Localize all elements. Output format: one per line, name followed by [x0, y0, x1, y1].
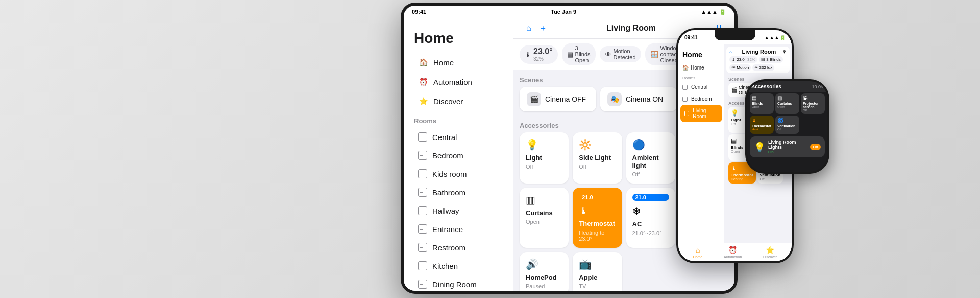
ambient-light-name: Ambient light	[632, 154, 669, 169]
watch-time: 10:09	[812, 84, 823, 89]
side-light-status: Off	[579, 164, 616, 170]
room-icon	[418, 224, 427, 234]
curtains-name: Curtains	[526, 209, 562, 217]
sidebar-room-diningroom[interactable]: Dining Room	[408, 275, 509, 291]
accessory-homepod[interactable]: 🔊 HomePod Paused	[520, 252, 569, 291]
accessory-light[interactable]: 💡 Light Off	[520, 132, 569, 184]
room-icon	[418, 243, 427, 252]
watch-card-curtains[interactable]: ▥ Curtains Open	[775, 93, 799, 114]
sidebar-room-entrance[interactable]: Entrance	[408, 220, 509, 238]
rooms-section-header: Rooms	[404, 111, 513, 128]
humidity-value: 32%	[533, 56, 553, 62]
discover-icon: ⭐	[418, 96, 428, 106]
iphone-blinds-chip: ▤ 3 Blinds	[759, 56, 783, 63]
sidebar-room-central[interactable]: Central	[408, 128, 509, 146]
watch-thermostat-status: Heat	[752, 128, 758, 131]
iphone-room-bedroom[interactable]: Bedroom	[678, 93, 724, 105]
watch-blinds-status: Open	[752, 105, 760, 108]
iphone-status-chips: 🌡 23.0° 32% ▤ 3 Blinds 👁 Motion ☀ 332 lu…	[729, 56, 787, 71]
iphone-status-icons: ▲▲▲🔋	[764, 35, 786, 40]
iphone-thermostat-name: Thermostat	[731, 173, 753, 177]
nav-discover-label: Discover	[763, 255, 777, 259]
window-icon: 🪟	[650, 51, 658, 58]
sidebar-room-bathroom[interactable]: Bathroom	[408, 183, 509, 201]
iphone-lux-chip: ☀ 332 lux	[752, 64, 774, 71]
sidebar-room-restroom-label: Restroom	[432, 243, 465, 252]
sidebar-room-bathroom-label: Bathroom	[432, 188, 465, 197]
accessory-apple-tv[interactable]: 📺 Apple TV	[573, 252, 622, 291]
sidebar-room-hallway[interactable]: Hallway	[408, 201, 509, 220]
ambient-light-icon: 🔵	[632, 139, 669, 151]
motion-icon: 👁	[605, 51, 611, 58]
room-sq-icon	[684, 111, 689, 116]
iphone-nav-bar: ⌂ Home ⏰ Automation ⭐ Discover	[678, 243, 792, 261]
thermostat-status: Heating to 23.0°	[579, 230, 616, 242]
ac-status: 21.0°~23.0°	[632, 230, 669, 236]
homepod-name: HomePod	[526, 273, 562, 281]
iphone-room-central[interactable]: Central	[678, 81, 724, 93]
ac-badge: 21.0	[632, 194, 669, 201]
accessory-ambient-light[interactable]: 🔵 Ambient light Off	[626, 132, 675, 184]
watch-thermostat-icon: 🌡	[752, 118, 757, 123]
sidebar-room-bedroom[interactable]: Bedroom	[408, 146, 509, 165]
sidebar-room-restroom[interactable]: Restroom	[408, 238, 509, 257]
ambient-light-status: Off	[632, 171, 669, 177]
side-light-name: Side Light	[579, 154, 616, 162]
watch-lights-status: On	[768, 150, 807, 154]
room-icon	[418, 169, 427, 178]
sidebar-item-automation[interactable]: ⏰ Automation	[408, 72, 509, 91]
watch-header: Accessories 10:09	[747, 81, 827, 92]
accessory-ac[interactable]: 21.0 ❄ AC 21.0°~23.0°	[626, 188, 675, 248]
watch-lights-icon: 💡	[754, 142, 765, 153]
curtains-status: Open	[526, 219, 562, 225]
ipad-status-icons: ▲▲▲ 🔋	[701, 9, 726, 15]
blinds-chip: ▤ 3 Blinds Open	[562, 43, 596, 65]
watch-curtains-icon: ▥	[777, 95, 782, 101]
iphone-thermostat-status: Heating	[731, 177, 753, 181]
motion-chip: 👁 Motion Detected	[600, 46, 641, 62]
accessory-curtains[interactable]: ▥ Curtains Open	[520, 188, 569, 248]
nav-automation-icon: ⏰	[728, 246, 737, 254]
iphone-nav-discover[interactable]: ⭐ Discover	[763, 246, 777, 259]
accessory-side-light[interactable]: 🔆 Side Light Off	[573, 132, 622, 184]
homepod-status: Paused	[526, 283, 562, 289]
sidebar-room-kidsroom[interactable]: Kids room	[408, 165, 509, 183]
watch-card-ventilation[interactable]: 🌀 Ventilation Off	[775, 116, 799, 134]
room-icon	[418, 151, 427, 160]
ipad-status-bar: 09:41 Tue Jan 9 ▲▲▲ 🔋	[404, 6, 734, 18]
iphone-nav-home[interactable]: ⌂ Home	[693, 246, 703, 259]
iphone-home-icon[interactable]: ⌂ +	[729, 50, 736, 54]
home-icon: 🏠	[418, 57, 428, 67]
scene-cinema-off[interactable]: 🎬 Cinema OFF	[520, 87, 596, 111]
watch-card-blinds[interactable]: ▤ Blinds Open	[750, 93, 774, 114]
iphone-sidebar: Home 🏠 Home Rooms Central Bedroom	[678, 44, 724, 243]
iphone-sidebar-item-0[interactable]: 🏠 Home	[678, 62, 724, 74]
sidebar-item-home[interactable]: 🏠 Home	[408, 53, 509, 72]
room-icon	[418, 206, 427, 215]
watch-card-thermostat[interactable]: 🌡 Thermostat Heat	[750, 116, 774, 134]
apple-tv-icon: 📺	[579, 258, 616, 270]
watch-ventilation-name: Ventilation	[777, 124, 795, 128]
home-nav-icon[interactable]: ⌂	[522, 21, 536, 35]
watch-card-projector[interactable]: 📽 Projector screen Off	[801, 93, 825, 114]
temp-value: 23.0°	[533, 47, 553, 56]
add-button[interactable]: ＋	[536, 21, 550, 35]
iphone-notch	[715, 30, 755, 40]
iphone-audio-icon[interactable]: 🎙	[782, 50, 787, 54]
watch-big-card-lights[interactable]: 💡 Living Room Lights On On	[750, 136, 825, 157]
scene-cinema-on[interactable]: 🎭 Cinema ON	[600, 87, 677, 111]
room-icon	[418, 280, 427, 289]
watch-projector-icon: 📽	[803, 95, 808, 101]
sidebar-item-discover[interactable]: ⭐ Discover	[408, 91, 509, 111]
motion-label: Motion Detected	[614, 48, 636, 60]
cinema-on-label: Cinema ON	[626, 95, 663, 103]
watch-ventilation-status: Off	[777, 128, 781, 131]
iphone-room-livingroom[interactable]: Living Room	[680, 105, 722, 122]
watch-lights-name: Living Room Lights	[768, 140, 807, 150]
sidebar-room-kitchen[interactable]: Kitchen	[408, 257, 509, 275]
thermostat-icon: 🌡	[579, 205, 616, 217]
iphone-nav-automation[interactable]: ⏰ Automation	[724, 246, 742, 259]
watch-projector-status: Off	[803, 109, 807, 112]
curtains-icon: ▥	[526, 194, 562, 206]
accessory-thermostat[interactable]: 21.0 🌡 Thermostat Heating to 23.0°	[573, 188, 622, 248]
